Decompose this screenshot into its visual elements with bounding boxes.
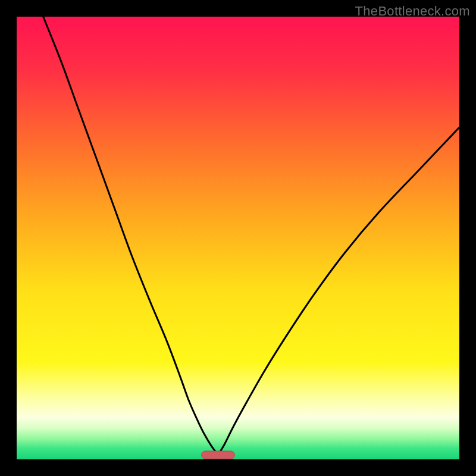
chart-background — [17, 17, 459, 459]
bottleneck-chart — [17, 17, 459, 459]
optimal-marker — [202, 451, 235, 459]
chart-frame — [17, 17, 459, 459]
watermark-text: TheBottleneck.com — [355, 4, 470, 19]
chart-marker — [202, 451, 235, 459]
